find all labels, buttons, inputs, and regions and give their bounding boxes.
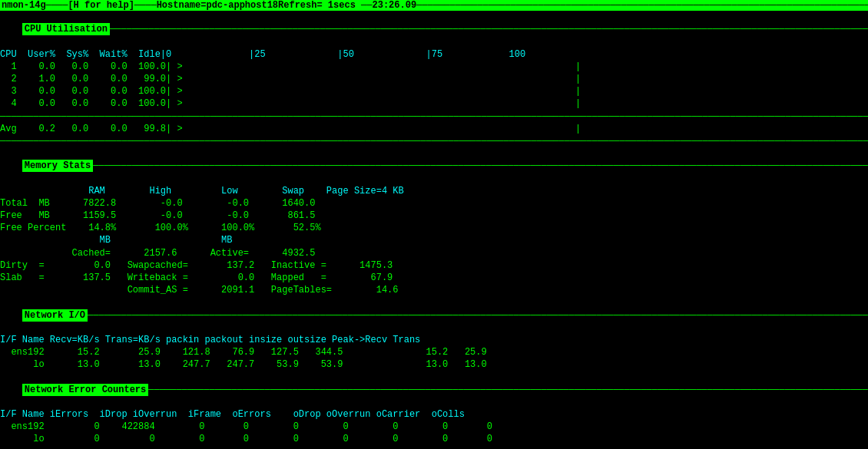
- cpu-row-2: 2 1.0 0.0 0.0 99.0| > |: [0, 73, 868, 85]
- cpu-row-4: 4 0.0 0.0 0.0 100.0| > |: [0, 97, 868, 110]
- disk-io-section-label: Disk I/O──/proc/diskstats────mostly in K…: [0, 446, 868, 449]
- network-errors-row-2: lo 0 0 0 0 0 0 0 0 0: [0, 433, 868, 445]
- network-io-header: I/F Name Recv=KB/s Trans=KB/s packin pac…: [0, 334, 868, 346]
- network-io-section-label: Network I/O─────────────────────────────…: [0, 296, 868, 334]
- header-bar: nmon-14g────[H for help]────Hostname=pdc…: [0, 0, 868, 11]
- cpu-row-1: 1 0.0 0.0 0.0 100.0| > |: [0, 61, 868, 73]
- memory-free: Free MB 1159.5 -0.0 -0.0 861.5: [0, 210, 868, 222]
- cpu-row-3: 3 0.0 0.0 0.0 100.0| > |: [0, 85, 868, 97]
- cpu-separator-mid: ────────────────────────────────────────…: [0, 111, 868, 123]
- terminal: nmon-14g────[H for help]────Hostname=pdc…: [0, 0, 868, 449]
- memory-section-label: Memory Stats────────────────────────────…: [0, 147, 868, 185]
- network-errors-section-header: Network Error Counters: [22, 384, 148, 396]
- memory-mb-labels: MB MB: [0, 234, 868, 246]
- memory-free-pct: Free Percent 14.8% 100.0% 100.0% 52.5%: [0, 222, 868, 234]
- memory-header-cols: RAM High Low Swap Page Size=4 KB: [0, 185, 868, 197]
- cpu-col-header: CPU User% Sys% Wait% Idle|0 |25 |50 |75 …: [0, 48, 868, 61]
- network-io-section-header: Network I/O: [22, 309, 88, 322]
- network-errors-header: I/F Name iErrors iDrop iOverrun iFrame o…: [0, 408, 868, 421]
- memory-total: Total MB 7822.8 -0.0 -0.0 1640.0: [0, 197, 868, 210]
- memory-cached: Cached= 2157.6 Active= 4932.5: [0, 247, 868, 259]
- memory-commit: Commit_AS = 2091.1 PageTables= 14.6: [0, 284, 868, 296]
- memory-dirty: Dirty = 0.0 Swapcached= 137.2 Inactive =…: [0, 259, 868, 272]
- cpu-avg: Avg 0.2 0.0 0.0 99.8| > |: [0, 123, 868, 135]
- memory-slab: Slab = 137.5 Writeback = 0.0 Mapped = 67…: [0, 272, 868, 284]
- memory-section-header: Memory Stats: [22, 160, 93, 172]
- cpu-separator-bot: ────────────────────────────────────────…: [0, 135, 868, 147]
- network-io-row-1: ens192 15.2 25.9 121.8 76.9 127.5 344.5 …: [0, 346, 868, 358]
- network-errors-row-1: ens192 0 422884 0 0 0 0 0 0 0: [0, 421, 868, 433]
- network-io-row-2: lo 13.0 13.0 247.7 247.7 53.9 53.9 13.0 …: [0, 358, 868, 371]
- cpu-section-label: CPU Utilisation─────────────────────────…: [0, 11, 868, 48]
- network-errors-section-label: Network Error Counters──────────────────…: [0, 371, 868, 408]
- cpu-section-header: CPU Utilisation: [22, 23, 110, 35]
